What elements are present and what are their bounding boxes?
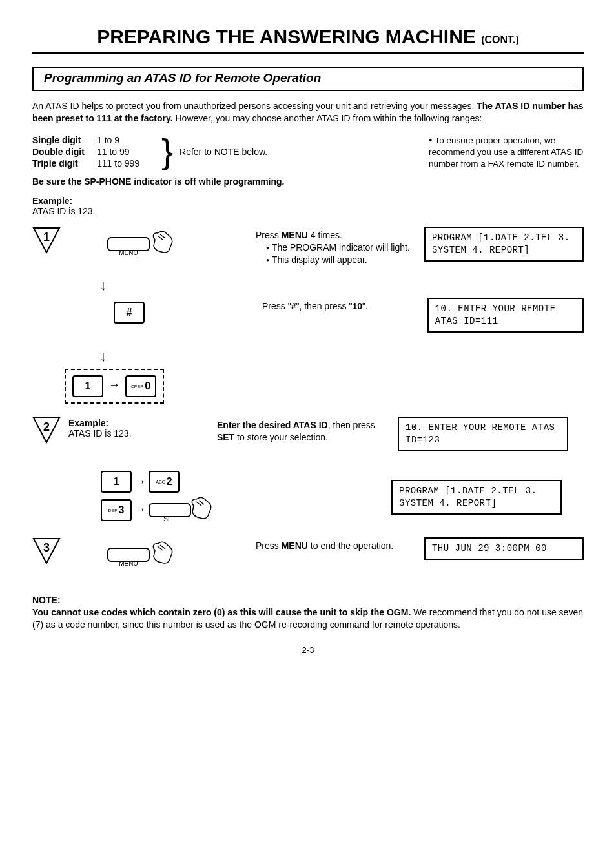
hand-icon bbox=[190, 497, 216, 523]
step-1-number: 1 bbox=[32, 227, 62, 255]
step-2-number: 2 bbox=[32, 417, 62, 445]
s3-tb: MENU bbox=[282, 541, 308, 551]
menu-label: MENU bbox=[108, 558, 149, 570]
key-3-val: 3 bbox=[119, 504, 125, 515]
range-single-lbl: Single digit bbox=[32, 135, 97, 145]
page-number: 2-3 bbox=[32, 645, 584, 655]
down-arrow-icon: ↓ bbox=[90, 277, 116, 294]
warn-text: Be sure the SP-PHONE indicator is off wh… bbox=[32, 176, 584, 187]
key-0: OPER0 bbox=[125, 375, 156, 397]
s1-tc: 4 times. bbox=[308, 230, 342, 240]
section-header-box: Programming an ATAS ID for Remote Operat… bbox=[32, 67, 584, 91]
dashed-box: 1 → OPER0 bbox=[65, 369, 164, 404]
step-2-example: Example: ATAS ID is 123. bbox=[62, 417, 217, 439]
svg-text:2: 2 bbox=[43, 420, 50, 433]
step-1b-row: # Press "#", then press "10". 10. ENTER … bbox=[32, 298, 584, 343]
svg-text:3: 3 bbox=[43, 541, 50, 554]
example-block: Example: ATAS ID is 123. bbox=[32, 196, 584, 216]
s1-tb: MENU bbox=[282, 230, 308, 240]
range-double-lbl: Double digit bbox=[32, 147, 97, 157]
s1-sub2: This display will appear. bbox=[266, 254, 418, 266]
step-1-text: Press MENU 4 times. The PROGRAM indicato… bbox=[256, 227, 418, 266]
s1b-ta: Press " bbox=[262, 301, 291, 311]
intro-paragraph: An ATAS ID helps to protect you from una… bbox=[32, 100, 584, 125]
intro-c: However, you may choose another ATAS ID … bbox=[173, 113, 482, 123]
note-bold: You cannot use codes which contain zero … bbox=[32, 607, 411, 617]
set-button: SET bbox=[149, 503, 191, 517]
step-1b-text: Press "#", then press "10". bbox=[262, 298, 421, 313]
step-2-keys: 1 → ABC2 DEF3 → SET bbox=[62, 467, 385, 527]
step-3-number: 3 bbox=[32, 537, 62, 566]
display-2b: PROGRAM [1.DATE 2.TEL 3. SYSTEM 4. REPOR… bbox=[391, 480, 562, 515]
page-title: PREPARING THE ANSWERING MACHINE (CONT.) bbox=[32, 26, 584, 48]
brace-icon: } bbox=[161, 134, 173, 169]
s2-ex-val: ATAS ID is 123. bbox=[68, 428, 132, 439]
right-arrow-icon: → bbox=[134, 475, 146, 489]
menu-button: MENU bbox=[107, 237, 150, 251]
set-label: SET bbox=[150, 513, 190, 525]
example-hdr: Example: bbox=[32, 196, 72, 206]
menu-button: MENU bbox=[107, 548, 150, 562]
range-single-val: 1 to 9 bbox=[97, 135, 155, 145]
key-0-val: 0 bbox=[145, 380, 150, 391]
step-1-visual: MENU bbox=[62, 227, 256, 257]
display-1: PROGRAM [1.DATE 2.TEL 3. SYSTEM 4. REPOR… bbox=[424, 227, 584, 262]
display-1b: 10. ENTER YOUR REMOTE ATAS ID=111 bbox=[427, 298, 584, 333]
keys-1-0-box: 1 → OPER0 bbox=[32, 369, 584, 404]
hand-icon bbox=[151, 541, 177, 568]
ensure-text: To ensure proper operation, we recommend… bbox=[429, 136, 583, 169]
note-block: NOTE: You cannot use codes which contain… bbox=[32, 594, 584, 631]
range-table: Single digit 1 to 9 Double digit 11 to 9… bbox=[32, 135, 155, 169]
key-2: ABC2 bbox=[149, 471, 180, 493]
down-arrow-icon: ↓ bbox=[90, 348, 116, 365]
range-triple-val: 111 to 999 bbox=[97, 158, 155, 169]
key-2-tiny: ABC bbox=[156, 480, 165, 484]
menu-label: MENU bbox=[108, 247, 149, 259]
s2-tc: SET bbox=[217, 432, 234, 442]
range-triple-lbl: Triple digit bbox=[32, 158, 97, 169]
step-3-visual: MENU bbox=[62, 537, 256, 568]
s1b-tc: ", then press " bbox=[296, 301, 352, 311]
step-2-keys-row: 1 → ABC2 DEF3 → SET PROGRAM [1.DATE 2.TE… bbox=[32, 467, 584, 527]
step-1b-visual: # bbox=[62, 298, 262, 324]
svg-text:1: 1 bbox=[43, 231, 50, 243]
step-2-text: Enter the desired ATAS ID, then press SE… bbox=[217, 417, 391, 444]
key-2-val: 2 bbox=[167, 476, 172, 487]
s1b-te: ". bbox=[362, 301, 368, 311]
ensure-note: To ensure proper operation, we recommend… bbox=[429, 135, 584, 170]
refer-text: Refer to NOTE below. bbox=[180, 147, 267, 157]
title-rule bbox=[32, 52, 584, 54]
key-3: DEF3 bbox=[101, 499, 132, 521]
right-arrow-icon: → bbox=[108, 378, 120, 391]
hand-icon bbox=[151, 231, 177, 257]
s3-tc: to end the operation. bbox=[308, 541, 393, 551]
range-row: Single digit 1 to 9 Double digit 11 to 9… bbox=[32, 135, 584, 170]
step-3-text: Press MENU to end the operation. bbox=[256, 537, 418, 552]
key-hash: # bbox=[114, 302, 145, 324]
s2-td: to store your selection. bbox=[234, 432, 328, 442]
display-3: THU JUN 29 3:00PM 00 bbox=[424, 537, 584, 560]
intro-a: An ATAS ID helps to protect you from una… bbox=[32, 101, 477, 111]
note-hdr: NOTE: bbox=[32, 594, 584, 606]
right-arrow-icon: → bbox=[134, 503, 146, 517]
s3-ta: Press bbox=[256, 541, 282, 551]
key-1b: 1 bbox=[101, 471, 132, 493]
title-cont: (CONT.) bbox=[481, 34, 519, 45]
step-1-row: 1 MENU Press MENU 4 times. The PROGRAM i… bbox=[32, 227, 584, 272]
example-val: ATAS ID is 123. bbox=[32, 206, 96, 216]
title-main: PREPARING THE ANSWERING MACHINE bbox=[97, 26, 476, 47]
section-header-text: Programming an ATAS ID for Remote Operat… bbox=[44, 71, 577, 87]
s1b-td: 10 bbox=[352, 301, 362, 311]
s1-sub1: The PROGRAM indicator will light. bbox=[266, 242, 418, 254]
key-1: 1 bbox=[72, 375, 103, 397]
range-double-val: 11 to 99 bbox=[97, 147, 155, 157]
s2-ex-hdr: Example: bbox=[68, 418, 108, 428]
display-2a: 10. ENTER YOUR REMOTE ATAS ID=123 bbox=[398, 417, 568, 451]
step-3-row: 3 MENU Press MENU to end the operation. … bbox=[32, 537, 584, 583]
s2-ta: Enter the desired ATAS ID bbox=[217, 420, 328, 430]
key-0-tiny: OPER bbox=[130, 384, 143, 389]
s1-ta: Press bbox=[256, 230, 282, 240]
s2-tb: , then press bbox=[328, 420, 375, 430]
step-2-row: 2 Example: ATAS ID is 123. Enter the des… bbox=[32, 417, 584, 462]
key-3-tiny: DEF bbox=[108, 508, 118, 513]
